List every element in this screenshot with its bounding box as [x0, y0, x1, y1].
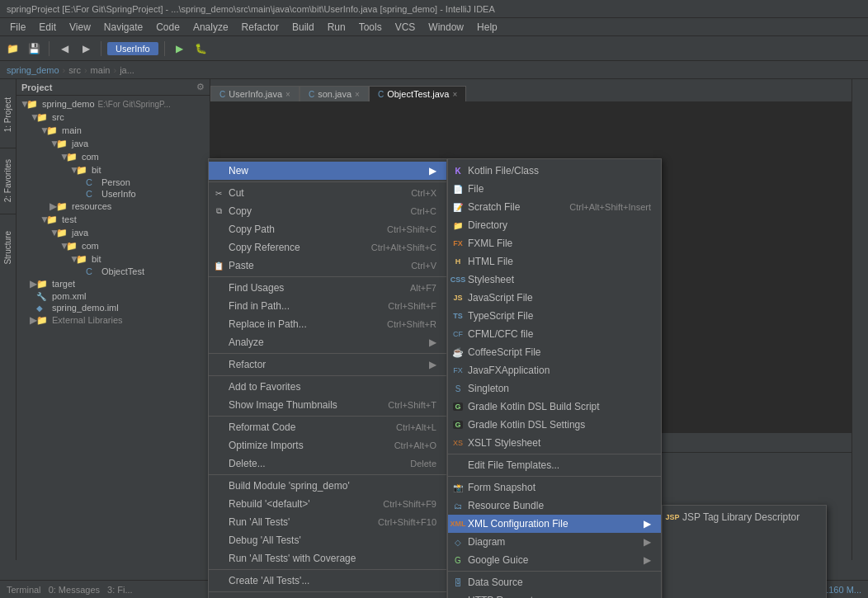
menu-item-find-usages[interactable]: Find Usages Alt+F7	[209, 279, 446, 297]
submenu-item-html[interactable]: H HTML File	[448, 252, 661, 271]
menu-item-reformat[interactable]: Reformat Code Ctrl+Alt+L	[209, 418, 446, 436]
tree-root[interactable]: ▼ 📁 spring_demo E:\For Git\SpringP...	[17, 97, 210, 111]
tab-son[interactable]: C son.java ×	[300, 86, 369, 101]
menu-window[interactable]: Window	[422, 20, 470, 35]
menu-file[interactable]: File	[3, 20, 32, 35]
submenu-item-javafx[interactable]: FX JavaFXApplication	[448, 361, 661, 379]
toolbar-save-btn[interactable]: 💾	[25, 40, 43, 58]
submenu-item-js[interactable]: JS JavaScript File	[448, 289, 661, 307]
toolbar-debug-btn[interactable]: 🐛	[192, 40, 210, 58]
tree-java[interactable]: ▼ 📁 java	[17, 137, 210, 150]
submenu-item-kotlin[interactable]: K Kotlin File/Class	[448, 162, 661, 180]
submenu-item-datasource[interactable]: 🗄 Data Source	[448, 573, 661, 591]
tree-person[interactable]: C Person	[17, 177, 210, 188]
tab-objecttest[interactable]: C ObjectTest.java ×	[369, 86, 466, 101]
tab-close-objecttest[interactable]: ×	[452, 90, 457, 99]
submenu-item-ts[interactable]: TS TypeScript File	[448, 307, 661, 325]
toolbar-back-btn[interactable]: ◀	[55, 40, 73, 58]
tree-java-test[interactable]: ▼ 📁 java	[17, 226, 210, 239]
menu-item-run-tests[interactable]: Run 'All Tests' Ctrl+Shift+F10	[209, 513, 446, 531]
submenu-item-fxml[interactable]: FX FXML File	[448, 234, 661, 252]
terminal-tab[interactable]: Terminal	[7, 585, 41, 595]
menu-item-delete[interactable]: Delete... Delete	[209, 454, 446, 473]
menu-edit[interactable]: Edit	[32, 20, 63, 35]
submenu-item-gradle-build[interactable]: G Gradle Kotlin DSL Build Script	[448, 398, 661, 416]
submenu-item-scratch[interactable]: 📝 Scratch File Ctrl+Alt+Shift+Insert	[448, 198, 661, 216]
tree-com-test[interactable]: ▼ 📁 com	[17, 239, 210, 252]
menu-item-replace-path[interactable]: Replace in Path... Ctrl+Shift+R	[209, 315, 446, 333]
submenu-item-diagram[interactable]: ◇ Diagram ▶	[448, 533, 661, 551]
menu-item-optimize[interactable]: Optimize Imports Ctrl+Alt+O	[209, 436, 446, 454]
breadcrumb-main[interactable]: main	[91, 65, 111, 75]
menu-item-paste[interactable]: 📋 Paste Ctrl+V	[209, 257, 446, 275]
breadcrumb-root[interactable]: spring_demo	[7, 65, 59, 75]
submenu-item-directory[interactable]: 📁 Directory	[448, 216, 661, 234]
menu-item-create-tests[interactable]: Create 'All Tests'...	[209, 572, 446, 590]
tree-src[interactable]: ▼ 📁 src	[17, 111, 210, 124]
menu-item-run-coverage[interactable]: Run 'All Tests' with Coverage	[209, 549, 446, 567]
submenu-item-file[interactable]: 📄 File	[448, 180, 661, 198]
tree-userinfo[interactable]: C UserInfo	[17, 188, 210, 200]
menu-build[interactable]: Build	[285, 20, 321, 35]
fi-tab[interactable]: 3: Fi...	[107, 585, 133, 595]
menu-item-cut[interactable]: ✂ Cut Ctrl+X	[209, 184, 446, 202]
menu-tools[interactable]: Tools	[352, 20, 389, 35]
menu-item-copy[interactable]: ⧉ Copy Ctrl+C	[209, 202, 446, 220]
menu-item-copy-path[interactable]: Copy Path Ctrl+Shift+C	[209, 220, 446, 238]
submenu-item-cf[interactable]: CF CFML/CFC file	[448, 325, 661, 343]
tree-main[interactable]: ▼ 📁 main	[17, 124, 210, 137]
tree-objecttest[interactable]: C ObjectTest	[17, 266, 210, 277]
menu-navigate[interactable]: Navigate	[97, 20, 149, 35]
submenu-item-singleton[interactable]: S Singleton	[448, 379, 661, 398]
toolbar-open-btn[interactable]: 📁	[3, 40, 21, 58]
toolbar-run-btn[interactable]: ▶	[171, 40, 189, 58]
tree-com[interactable]: ▼ 📁 com	[17, 150, 210, 163]
menu-item-debug-tests[interactable]: Debug 'All Tests'	[209, 531, 446, 549]
tree-bit-test[interactable]: ▼ 📁 bit	[17, 252, 210, 266]
submenu-item-templates[interactable]: Edit File Templates...	[448, 456, 661, 474]
breadcrumb-ja[interactable]: ja...	[120, 65, 134, 75]
menu-item-refactor[interactable]: Refactor ▶	[209, 356, 446, 374]
menu-item-copy-ref[interactable]: Copy Reference Ctrl+Alt+Shift+C	[209, 238, 446, 257]
toolbar-userinfo-tab[interactable]: UserInfo	[107, 42, 158, 55]
tree-test[interactable]: ▼ 📁 test	[17, 213, 210, 226]
sidebar-tab-favorites[interactable]: 2: Favorites	[0, 148, 17, 214]
menu-analyze[interactable]: Analyze	[186, 20, 235, 35]
submenu-item-resource-bundle[interactable]: 🗂 Resource Bundle	[448, 497, 661, 515]
submenu-item-xslt[interactable]: XS XSLT Stylesheet	[448, 434, 661, 452]
menu-item-build-module[interactable]: Build Module 'spring_demo'	[209, 477, 446, 495]
submenu-item-guice[interactable]: G Google Guice ▶	[448, 551, 661, 569]
menu-item-favorites[interactable]: Add to Favorites	[209, 378, 446, 396]
submenu-item-xml-config[interactable]: XML XML Configuration File ▶	[448, 515, 661, 533]
menu-code[interactable]: Code	[149, 20, 186, 35]
tree-external[interactable]: ▶ 📁 External Libraries	[17, 313, 210, 327]
tree-bit[interactable]: ▼ 📁 bit	[17, 163, 210, 177]
submenu-item-gradle-settings[interactable]: G Gradle Kotlin DSL Settings	[448, 416, 661, 434]
menu-view[interactable]: View	[63, 20, 97, 35]
menu-item-find-path[interactable]: Find in Path... Ctrl+Shift+F	[209, 297, 446, 315]
submenu-item-css[interactable]: CSS Stylesheet	[448, 271, 661, 289]
submenu-item-coffee[interactable]: ☕ CoffeeScript File	[448, 343, 661, 361]
tree-pom[interactable]: 🔧 pom.xml	[17, 290, 210, 302]
menu-item-rebuild[interactable]: Rebuild '<default>' Ctrl+Shift+F9	[209, 495, 446, 513]
tree-target[interactable]: ▶ 📁 target	[17, 277, 210, 290]
menu-item-new[interactable]: New ▶	[209, 162, 446, 180]
sidebar-settings-icon[interactable]: ⚙	[196, 82, 205, 92]
menu-help[interactable]: Help	[470, 20, 504, 35]
tree-resources[interactable]: ▶ 📁 resources	[17, 200, 210, 213]
tree-iml[interactable]: ◆ spring_demo.iml	[17, 302, 210, 313]
sidebar-tab-structure[interactable]: Structure	[0, 214, 17, 280]
toolbar-forward-btn[interactable]: ▶	[77, 40, 95, 58]
menu-item-show-explorer[interactable]: Show in Explorer	[209, 594, 446, 598]
menu-refactor[interactable]: Refactor	[235, 20, 285, 35]
submenu-item-form-snapshot[interactable]: 📸 Form Snapshot	[448, 478, 661, 497]
tab-userinfo[interactable]: C UserInfo.java ×	[210, 86, 300, 101]
submenu-item-http[interactable]: HTTP HTTP Request	[448, 591, 661, 598]
menu-item-analyze[interactable]: Analyze ▶	[209, 333, 446, 351]
menu-item-thumbnails[interactable]: Show Image Thumbnails Ctrl+Shift+T	[209, 396, 446, 414]
tab-close-userinfo[interactable]: ×	[285, 90, 290, 99]
breadcrumb-src[interactable]: src	[68, 65, 81, 75]
tab-close-son[interactable]: ×	[355, 90, 360, 99]
submenu-xml-item-jsp[interactable]: JSP JSP Tag Library Descriptor	[663, 508, 826, 526]
menu-vcs[interactable]: VCS	[389, 20, 422, 35]
